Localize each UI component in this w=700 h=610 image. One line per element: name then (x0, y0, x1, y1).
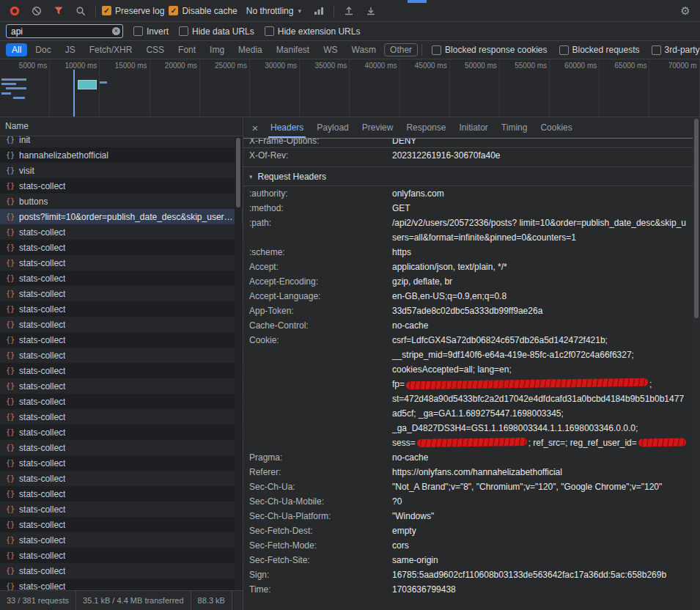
request-row[interactable]: {} stats-collect (0, 224, 243, 240)
request-list: {} init {} hannahelizabethofficial {} vi… (0, 136, 243, 590)
details-tab[interactable]: Headers (264, 117, 310, 138)
header-value: empty (392, 523, 690, 538)
header-name: Sign: (249, 567, 392, 582)
details-scrollbar[interactable] (693, 117, 700, 610)
search-button[interactable] (72, 3, 89, 19)
request-row[interactable]: {} stats-collect (0, 548, 243, 563)
request-row[interactable]: {} stats-collect (0, 455, 243, 471)
request-row[interactable]: {} hannahelizabethofficial (0, 147, 243, 163)
request-type-icon: {} (6, 151, 15, 159)
request-row[interactable]: {} init (0, 136, 243, 147)
details-tab[interactable]: Timing (495, 117, 534, 138)
type-filter-chip[interactable]: Img (204, 43, 230, 56)
export-har-button[interactable] (362, 3, 380, 19)
invert-checkbox[interactable]: Invert (133, 26, 169, 37)
request-row[interactable]: {} stats-collect (0, 317, 243, 332)
request-row[interactable]: {} stats-collect (0, 332, 243, 348)
request-row[interactable]: {} visit (0, 163, 243, 178)
throttling-dropdown[interactable]: No throttling ▾ (242, 4, 306, 18)
details-tab-bar: × Headers Payload Preview (243, 117, 700, 139)
hide-extension-urls-checkbox[interactable]: Hide extension URLs (265, 26, 361, 37)
toolbar-divider (421, 44, 422, 56)
request-list-scrollbar[interactable] (235, 136, 242, 590)
blocked-filters-group: Blocked response cookies Blocked request… (432, 45, 700, 55)
details-tab[interactable]: Initiator (452, 117, 494, 138)
request-row[interactable]: {} stats-collect (0, 240, 243, 255)
network-conditions-button[interactable] (310, 3, 328, 19)
scrollbar-thumb[interactable] (694, 119, 699, 318)
request-row[interactable]: {} buttons (0, 194, 243, 209)
header-value: onlyfans.com (392, 186, 690, 201)
request-row[interactable]: {} stats-collect (0, 563, 243, 578)
request-row[interactable]: {} stats-collect (0, 517, 243, 532)
request-type-icon: {} (6, 243, 15, 251)
request-headers-list: Pragma: no-cache Referer: https://onlyfa… (243, 450, 693, 597)
request-type-icon: {} (6, 474, 15, 482)
preserve-log-checkbox[interactable]: ✓ Preserve log (102, 6, 164, 16)
type-filter-chip[interactable]: Doc (29, 43, 56, 56)
blocked-filter-checkbox[interactable]: Blocked requests (559, 45, 640, 55)
details-tab[interactable]: Cookies (534, 117, 578, 138)
request-row[interactable]: {} stats-collect (0, 486, 243, 501)
type-filter-chip[interactable]: Font (172, 43, 202, 56)
type-filter-chip[interactable]: Manifest (270, 43, 315, 56)
request-name: stats-collect (19, 243, 65, 253)
request-row[interactable]: {} stats-collect (0, 378, 243, 394)
name-column-header[interactable]: Name (0, 117, 243, 136)
request-row[interactable]: {} stats-collect (0, 532, 243, 548)
request-name: stats-collect (19, 474, 65, 484)
disable-cache-checkbox[interactable]: ✓ Disable cache (169, 6, 237, 16)
clear-button[interactable] (28, 3, 45, 19)
header-value: https://onlyfans.com/hannahelizabethoffi… (392, 465, 690, 479)
request-name: stats-collect (19, 581, 65, 591)
request-headers-section-toggle[interactable]: ▾ Request Headers (243, 166, 693, 186)
request-type-icon: {} (6, 305, 15, 313)
header-name: Sec-Fetch-Dest: (249, 523, 392, 538)
request-row[interactable]: {} stats-collect (0, 578, 243, 590)
request-row[interactable]: {} stats-collect (0, 394, 243, 409)
request-row[interactable]: {} stats-collect (0, 440, 243, 455)
request-row[interactable]: {} stats-collect (0, 425, 243, 440)
settings-gear-icon[interactable]: ⚙ (677, 3, 694, 19)
type-filter-chip[interactable]: CSS (140, 43, 170, 56)
clear-filter-icon[interactable]: × (112, 27, 120, 35)
hide-data-urls-checkbox[interactable]: Hide data URLs (179, 26, 254, 37)
blocked-filter-checkbox[interactable]: 3rd-party requests (652, 45, 700, 55)
import-har-button[interactable] (340, 3, 358, 19)
type-filter-chip[interactable]: Other (384, 43, 418, 56)
type-filter-chip[interactable]: Media (232, 43, 268, 56)
filter-button[interactable] (50, 3, 67, 19)
signal-icon (314, 7, 324, 15)
details-tab[interactable]: Preview (355, 117, 400, 138)
request-row[interactable]: {} stats-collect (0, 255, 243, 271)
request-row[interactable]: {} stats-collect (0, 348, 243, 363)
blocked-filter-checkbox[interactable]: Blocked response cookies (432, 45, 547, 55)
type-filter-chip[interactable]: All (6, 43, 27, 56)
request-row[interactable]: {} stats-collect (0, 301, 243, 317)
network-filter-input[interactable] (7, 25, 122, 37)
request-row[interactable]: {} stats-collect (0, 271, 243, 286)
request-type-icon: {} (6, 367, 15, 375)
type-filter-chip[interactable]: Fetch/XHR (84, 43, 139, 56)
scrollbar-thumb[interactable] (236, 138, 240, 207)
type-filter-chip[interactable]: JS (59, 43, 81, 56)
request-row[interactable]: {} posts?limit=10&order=publish_date_des… (0, 209, 243, 224)
preserve-log-label: Preserve log (115, 6, 164, 16)
header-name: X-Of-Rev: (249, 148, 392, 163)
header-row: :method: GET (243, 201, 693, 216)
request-row[interactable]: {} stats-collect (0, 471, 243, 486)
request-name: stats-collect (19, 381, 65, 392)
type-filter-chip[interactable]: Wasm (346, 43, 383, 56)
record-button[interactable] (6, 3, 23, 19)
details-tab[interactable]: Response (399, 117, 452, 138)
type-filter-chip[interactable]: WS (317, 43, 343, 56)
close-details-button[interactable]: × (246, 117, 264, 138)
request-row[interactable]: {} stats-collect (0, 501, 243, 517)
details-tab[interactable]: Payload (310, 117, 355, 138)
request-row[interactable]: {} stats-collect (0, 178, 243, 194)
search-icon (75, 6, 86, 16)
network-overview-timeline[interactable]: 5000 ms10000 ms15000 ms20000 ms25000 ms3… (0, 59, 700, 117)
request-row[interactable]: {} stats-collect (0, 409, 243, 425)
request-row[interactable]: {} stats-collect (0, 286, 243, 301)
request-row[interactable]: {} stats-collect (0, 363, 243, 378)
